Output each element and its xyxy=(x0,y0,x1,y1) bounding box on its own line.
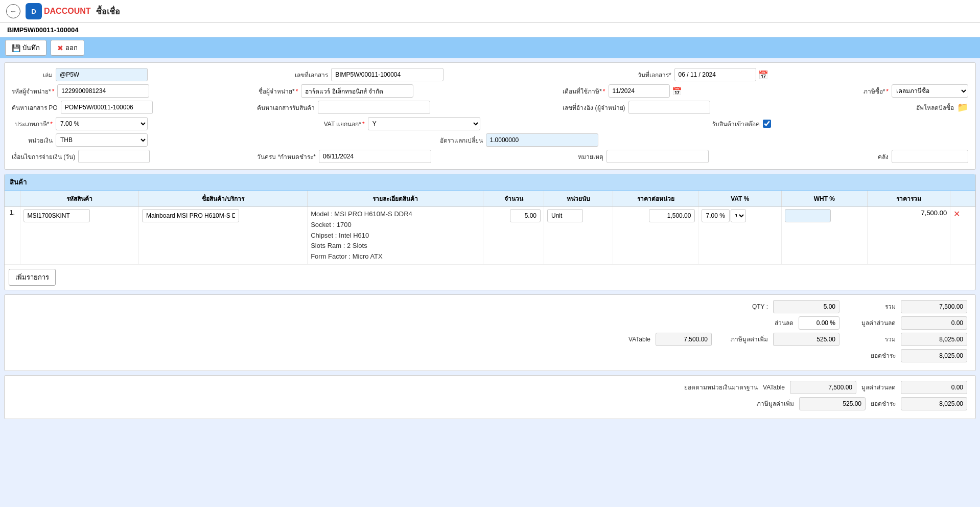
search-receive-input[interactable] xyxy=(318,101,430,114)
products-table: รหัสสินค้า ชื่อสินค้า/บริการ รายละเอียดส… xyxy=(5,191,975,265)
qty-value[interactable] xyxy=(773,300,839,313)
discount-value-input[interactable] xyxy=(901,316,967,330)
row-total: 7,500.00 xyxy=(867,207,950,265)
products-panel: สินค้า รหัสสินค้า ชื่อสินค้า/บริการ รายล… xyxy=(4,174,976,290)
qty-row: QTY : รวม xyxy=(13,300,967,313)
payment-days-label: เงื่อนไขการจ่ายเงิน (วัน) xyxy=(12,152,75,162)
tax-month-input[interactable] xyxy=(609,84,670,98)
exit-icon: ✖ xyxy=(57,44,63,52)
total-sum-value[interactable] xyxy=(901,300,967,313)
search-po-input[interactable] xyxy=(61,101,153,114)
logo-name: DACCOUNT xyxy=(44,7,91,16)
page-title: ซื้อเชื่อ xyxy=(96,5,120,18)
upload-icon[interactable]: 📁 xyxy=(957,102,968,113)
vatable-value[interactable] xyxy=(656,333,712,346)
footer-vatable-value[interactable] xyxy=(790,381,856,394)
product-code-input[interactable] xyxy=(24,209,90,222)
row-qty xyxy=(483,207,544,265)
subtotal-label: รวม xyxy=(845,334,896,344)
row-wht-pct xyxy=(782,207,867,265)
delete-row-button[interactable]: ✕ xyxy=(953,209,960,219)
col-total: ราคารวม xyxy=(867,191,950,207)
footer-discount-value[interactable] xyxy=(901,381,967,394)
save-icon: 💾 xyxy=(12,44,20,52)
doc-no-input[interactable] xyxy=(331,68,444,81)
doc-date-label: วันที่เอกสาร* xyxy=(631,70,671,80)
footer-vat-label: ภาษีมูลค่าเพิ่ม xyxy=(757,399,794,408)
supplier-name-input[interactable] xyxy=(301,84,413,98)
net-pay-value[interactable] xyxy=(901,349,967,362)
row-price xyxy=(613,207,698,265)
qty-label: QTY : xyxy=(717,303,768,310)
col-unit: หน่วยนับ xyxy=(544,191,613,207)
vat-add-value[interactable] xyxy=(773,333,839,346)
footer-row-2: ภาษีมูลค่าเพิ่ม ยอดชำระ xyxy=(13,397,967,410)
col-action xyxy=(950,191,975,207)
tax-month-wrap: 📅 xyxy=(609,84,682,98)
add-item-label: เพิ่มรายการ xyxy=(15,272,49,283)
row-unit xyxy=(544,207,613,265)
qty-input[interactable] xyxy=(510,209,541,222)
warehouse-label: คลัง xyxy=(848,152,889,162)
net-pay-row: ยอดชำระ xyxy=(13,349,967,362)
products-table-wrap: รหัสสินค้า ชื่อสินค้า/บริการ รายละเอียดส… xyxy=(5,191,975,265)
exit-button[interactable]: ✖ ออก xyxy=(51,40,84,56)
net-pay-label: ยอดชำระ xyxy=(845,351,896,360)
doc-date-input[interactable] xyxy=(674,68,756,81)
vat-type-label: ประเภทภาษี* xyxy=(12,119,53,129)
col-product-name: ชื่อสินค้า/บริการ xyxy=(139,191,308,207)
vatable-row: VATable ภาษีมูลค่าเพิ่ม รวม xyxy=(13,333,967,346)
footer-discount-label: มูลค่าส่วนลด xyxy=(861,382,896,392)
doc-date-calendar-icon[interactable]: 📅 xyxy=(758,70,768,80)
subtotal-value[interactable] xyxy=(901,333,967,346)
tax-month-label: เดือนที่ใช้ภาษี* xyxy=(563,86,605,96)
tax-month-calendar-icon[interactable]: 📅 xyxy=(672,86,682,96)
add-item-button[interactable]: เพิ่มรายการ xyxy=(9,269,56,286)
col-product-code: รหัสสินค้า xyxy=(20,191,139,207)
vat-type-select[interactable]: 7.00 % xyxy=(56,117,148,130)
product-name-input[interactable] xyxy=(142,209,239,222)
discount-value-label: มูลค่าส่วนลด xyxy=(845,318,896,328)
product-detail-text: Model : MSI PRO H610M-S DDR4Socket : 170… xyxy=(311,209,480,262)
save-button[interactable]: 💾 บันทึก xyxy=(5,40,46,56)
lem-input[interactable] xyxy=(56,68,148,81)
row-detail: Model : MSI PRO H610M-S DDR4Socket : 170… xyxy=(308,207,483,265)
main-content: เล่ม เลขที่เอกสาร วันที่เอกสาร* 📅 รหัสผู… xyxy=(0,58,980,423)
note-label: หมายเหตุ xyxy=(563,152,603,162)
supplier-code-label: รหัสผู้จำหน่าย* xyxy=(12,86,54,96)
warehouse-input[interactable] xyxy=(892,150,968,163)
due-date-input[interactable] xyxy=(319,150,431,163)
top-bar: ← D DACCOUNT ซื้อเชื่อ xyxy=(0,0,980,23)
vat-separate-select[interactable]: Y xyxy=(368,117,480,130)
doc-number-display: BIMP5W/00011-100004 xyxy=(7,26,78,34)
footer-vat-value[interactable] xyxy=(799,397,866,410)
table-row: 1. Model : MSI PRO H610M-S DDR4Socket : … xyxy=(5,207,975,265)
col-qty: จำนวน xyxy=(483,191,544,207)
back-button[interactable]: ← xyxy=(6,4,20,18)
receive-stock-checkbox[interactable] xyxy=(763,120,771,128)
row-total-value: 7,500.00 xyxy=(921,209,947,217)
ref-no-label: เลขที่อ้างอิง (ผู้จำหน่าย) xyxy=(563,103,625,112)
col-detail: รายละเอียดสินค้า xyxy=(308,191,483,207)
col-vat-pct: VAT % xyxy=(698,191,782,207)
wht-pct-input[interactable] xyxy=(785,209,831,222)
footer-net-pay-value[interactable] xyxy=(901,397,967,410)
payment-days-input[interactable] xyxy=(78,150,150,163)
upload-label: อัพโหลดบิลซื้อ xyxy=(913,103,954,112)
unit-label: หน่วยเงิน xyxy=(12,135,53,145)
summary-panel: QTY : รวม ส่วนลด มูลค่าส่วนลด VATable ภา… xyxy=(4,294,976,371)
price-input[interactable] xyxy=(649,209,695,222)
unit-select[interactable]: THB xyxy=(56,133,148,147)
supplier-code-input[interactable] xyxy=(57,84,149,98)
exchange-rate-input[interactable] xyxy=(486,133,598,147)
note-input[interactable] xyxy=(606,150,709,163)
doc-no-label: เลขที่เอกสาร xyxy=(287,70,328,80)
doc-date-wrap: 📅 xyxy=(674,68,768,81)
vat-pct-input[interactable] xyxy=(702,209,730,222)
footer-net-pay-label: ยอดชำระ xyxy=(871,399,896,408)
unit-input[interactable] xyxy=(547,209,583,222)
tax-type-select[interactable]: เคลมภาษีซื้อ xyxy=(892,84,968,98)
ref-no-input[interactable] xyxy=(628,101,710,114)
discount-pct-input[interactable] xyxy=(799,316,839,330)
vat-pct-select[interactable]: ▼ xyxy=(731,209,746,222)
